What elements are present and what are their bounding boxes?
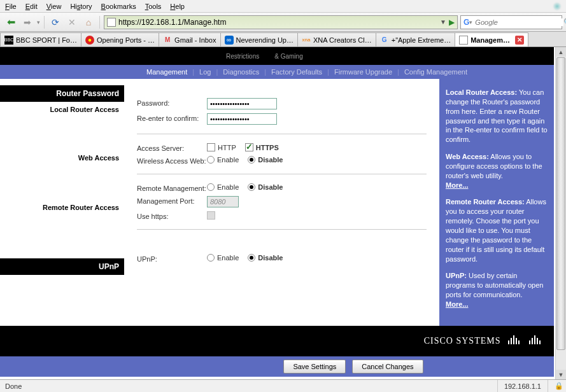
url-bar[interactable]: ▼ ▶: [104, 15, 458, 29]
search-input[interactable]: [472, 18, 563, 26]
back-button[interactable]: ⬅: [4, 15, 18, 29]
tab-apple-extreme[interactable]: G+"Apple Extreme…: [376, 32, 455, 46]
xna-favicon-icon: xna: [302, 36, 311, 45]
scroll-up-button[interactable]: ▲: [556, 47, 566, 57]
subnav-factory[interactable]: Factory Defaults: [271, 68, 322, 76]
help-local-access-text: You can change the Router's password fro…: [446, 88, 548, 143]
vertical-scrollbar[interactable]: ▲ ▼: [555, 47, 566, 379]
close-tab-button[interactable]: ✕: [515, 36, 524, 45]
bbc-favicon-icon: BBC: [4, 36, 13, 45]
subnav-firmware[interactable]: Firmware Upgrade: [334, 68, 392, 76]
save-settings-button[interactable]: Save Settings: [283, 360, 346, 374]
https-checkbox[interactable]: [245, 143, 253, 151]
infinity-favicon-icon: ∞: [225, 36, 234, 45]
menu-view[interactable]: View: [46, 3, 62, 10]
help-upnp-title: UPnP:: [446, 272, 467, 279]
home-button[interactable]: ⌂: [81, 15, 96, 29]
tab-label: BBC SPORT | Fo…: [16, 36, 77, 44]
access-server-label: Access Server:: [137, 143, 207, 152]
tab-neverending[interactable]: ∞Neverending Up…: [220, 32, 299, 46]
nav-gaming[interactable]: & Gaming: [274, 53, 302, 60]
cancel-changes-button[interactable]: Cancel Changes: [352, 360, 423, 374]
cisco-logo-text: CISCO SYSTEMS: [424, 336, 501, 346]
form-area: Password: Re-enter to confirm: Access Se…: [124, 79, 439, 326]
cisco-logo-icon: [507, 335, 542, 347]
more-link[interactable]: More...: [446, 181, 468, 189]
upnp-disable-radio[interactable]: [248, 254, 255, 262]
tab-bbc[interactable]: BBCBBC SPORT | Fo…: [0, 32, 81, 46]
tab-xna[interactable]: xnaXNA Creators Cl…: [297, 32, 376, 46]
google-icon: G: [463, 18, 469, 27]
use-https-checkbox: [207, 211, 215, 220]
gmail-favicon-icon: M: [163, 36, 172, 45]
reenter-input[interactable]: [207, 113, 277, 125]
password-label: Password:: [137, 98, 207, 107]
menu-help[interactable]: Help: [170, 3, 185, 10]
disable-label: Disable: [258, 254, 283, 262]
remote-enable-radio[interactable]: [207, 183, 215, 191]
password-input[interactable]: [207, 98, 277, 109]
https-label: HTTPS: [256, 144, 279, 151]
go-button[interactable]: ▶: [449, 18, 455, 27]
subnav-log[interactable]: Log: [199, 68, 211, 76]
browser-menubar: File Edit View History Bookmarks Tools H…: [0, 0, 566, 13]
menu-file[interactable]: File: [5, 3, 17, 10]
tab-label: Neverending Up…: [236, 36, 294, 44]
tab-label: +"Apple Extreme…: [392, 36, 451, 44]
status-text: Done: [5, 382, 22, 390]
enable-label: Enable: [217, 183, 239, 191]
disable-label: Disable: [258, 183, 283, 191]
remote-disable-radio[interactable]: [248, 183, 255, 191]
stop-button: ✕: [65, 15, 79, 29]
button-bar: Save Settings Cancel Changes: [0, 356, 554, 377]
section-web-access: Web Access: [0, 150, 124, 165]
wireless-enable-radio[interactable]: [207, 156, 215, 164]
menu-bookmarks[interactable]: Bookmarks: [101, 3, 136, 10]
section-router-password: Router Password: [0, 85, 124, 102]
reenter-label: Re-enter to confirm:: [137, 113, 207, 122]
help-panel: Local Router Access: You can change the …: [439, 79, 554, 326]
section-remote-access: Remote Router Access: [0, 200, 124, 215]
subnav-diagnostics[interactable]: Diagnostics: [223, 68, 259, 76]
search-button[interactable]: 🔍: [563, 18, 566, 27]
subnav-management[interactable]: Management: [146, 68, 187, 76]
more-link[interactable]: More...: [446, 300, 468, 308]
http-label: HTTP: [218, 144, 236, 151]
use-https-label: Use https:: [137, 211, 207, 220]
search-box[interactable]: G ▾ 🔍: [460, 15, 562, 29]
http-checkbox[interactable]: [207, 143, 215, 151]
nav-restrictions[interactable]: Restrictions: [226, 53, 259, 60]
page-favicon-icon: [107, 18, 116, 27]
tab-label: Opening Ports - …: [97, 36, 155, 44]
scroll-thumb[interactable]: [556, 57, 565, 350]
mgmt-port-input: [207, 196, 239, 207]
url-dropdown-icon[interactable]: ▼: [440, 18, 446, 25]
subnav-config[interactable]: Config Management: [404, 68, 467, 76]
section-upnp: UPnP: [0, 258, 124, 275]
page-viewport: Restrictions & Gaming Management| Log| D…: [0, 47, 566, 379]
disable-label: Disable: [258, 156, 283, 164]
google-favicon-icon: G: [380, 36, 389, 45]
tab-label: Gmail - Inbox: [174, 36, 216, 44]
upnp-enable-radio[interactable]: [207, 254, 215, 262]
menu-history[interactable]: History: [70, 3, 92, 10]
tab-management[interactable]: Managem…✕: [455, 32, 528, 46]
menu-edit[interactable]: Edit: [25, 3, 38, 10]
url-input[interactable]: [118, 18, 437, 27]
status-bar: Done 192.168.1.1 🔒: [0, 379, 566, 392]
enable-label: Enable: [217, 156, 239, 164]
scroll-down-button[interactable]: ▼: [556, 370, 566, 379]
browser-tabbar: BBCBBC SPORT | Fo… ●Opening Ports - … MG…: [0, 32, 566, 47]
section-local-access: Local Router Access: [0, 102, 124, 117]
tab-gmail[interactable]: MGmail - Inbox: [159, 32, 220, 46]
help-remote-access-text: Allows you to access your router remotel…: [446, 198, 546, 262]
wireless-disable-radio[interactable]: [248, 156, 255, 164]
tab-opening-ports[interactable]: ●Opening Ports - …: [81, 32, 159, 46]
history-dropdown-icon[interactable]: ▾: [37, 19, 40, 25]
help-web-access-title: Web Access:: [446, 153, 489, 160]
reload-button[interactable]: ⟳: [48, 15, 62, 29]
tab-label: XNA Creators Cl…: [313, 36, 372, 44]
help-local-access-title: Local Router Access:: [446, 88, 517, 96]
menu-tools[interactable]: Tools: [145, 3, 162, 10]
sub-nav: Management| Log| Diagnostics| Factory De…: [0, 65, 554, 79]
